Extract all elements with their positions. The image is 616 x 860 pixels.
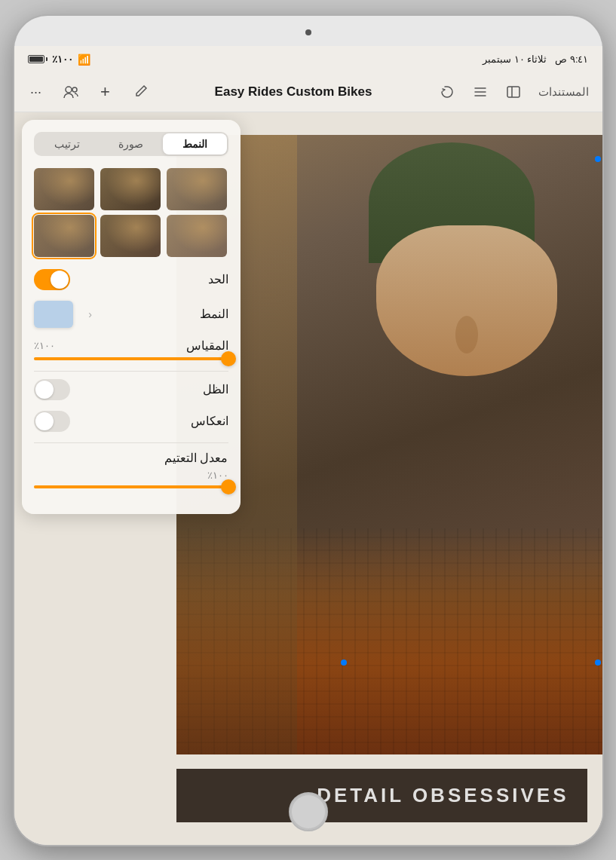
svg-point-1 xyxy=(72,87,77,92)
collaborate-button[interactable] xyxy=(58,79,84,105)
thumb-3[interactable] xyxy=(167,168,227,210)
tab-image[interactable]: صورة xyxy=(99,133,163,155)
camera-dot xyxy=(305,29,311,35)
doc-bottom-text: DETAIL OBSESSIVES xyxy=(176,769,587,822)
shadow-label: الظل xyxy=(203,382,228,396)
style-thumbnails xyxy=(34,168,228,257)
svg-rect-5 xyxy=(507,87,519,97)
pattern-row: النمط ‹ xyxy=(34,301,228,328)
home-button[interactable] xyxy=(289,792,328,831)
documents-button[interactable]: المستندات xyxy=(534,79,593,105)
opacity-label: معدل التعتيم xyxy=(164,451,228,465)
opacity-slider[interactable] xyxy=(34,485,228,488)
toolbar-left: ··· + xyxy=(23,79,153,105)
thumb-1[interactable] xyxy=(34,168,94,210)
toolbar: ··· + Easy Rides Custom Bikes xyxy=(14,73,602,112)
tab-style[interactable]: النمط xyxy=(163,133,227,155)
scale-label: المقياس xyxy=(186,338,228,353)
scale-value: ٪١٠٠ xyxy=(34,340,55,351)
border-label: الحد xyxy=(208,272,228,286)
add-button[interactable]: + xyxy=(93,79,118,105)
battery-percent: ٪١٠٠ xyxy=(52,54,73,65)
status-datetime: ٩:٤١ ص ثلاثاء ١٠ سبتمبر xyxy=(483,54,588,65)
reflection-toggle[interactable] xyxy=(34,411,70,432)
battery-icon xyxy=(28,55,48,63)
pattern-selector: ‹ xyxy=(34,301,100,328)
tab-arrange[interactable]: ترتيب xyxy=(35,133,99,155)
list-button[interactable] xyxy=(467,79,493,105)
thumb-2[interactable] xyxy=(100,168,161,210)
selection-handle-top-right xyxy=(595,156,601,162)
more-button[interactable]: ··· xyxy=(23,79,49,105)
document-title: Easy Rides Custom Bikes xyxy=(159,84,428,99)
ipad-frame: ٪١٠٠ 📶 ٩:٤١ ص ثلاثاء ١٠ سبتمبر ··· xyxy=(14,16,602,845)
thumb-4[interactable] xyxy=(34,215,94,257)
border-row: الحد xyxy=(34,269,228,290)
chevron-left-icon[interactable]: ‹ xyxy=(81,305,100,324)
face xyxy=(376,225,557,376)
pen-button[interactable] xyxy=(127,79,153,105)
thumb-5[interactable] xyxy=(100,215,161,257)
divider-2 xyxy=(34,442,228,443)
bottom-text-content: DETAIL OBSESSIVES xyxy=(317,784,568,806)
tab-bar: النمط صورة ترتيب xyxy=(34,132,228,156)
shadow-toggle[interactable] xyxy=(34,379,70,400)
pattern-label: النمط xyxy=(200,307,228,321)
svg-point-0 xyxy=(66,87,72,93)
selection-handle-bottom-right xyxy=(595,660,601,666)
status-bar: ٪١٠٠ 📶 ٩:٤١ ص ثلاثاء ١٠ سبتمبر xyxy=(14,46,602,73)
reflection-row: انعكاس xyxy=(34,411,228,432)
sidebar-toggle-button[interactable] xyxy=(501,79,526,105)
content-area: DETAIL OBSESSIVES النمط صورة ترتيب xyxy=(14,112,602,845)
pattern-swatch[interactable] xyxy=(34,301,73,328)
format-panel: النمط صورة ترتيب xyxy=(22,120,241,514)
thumb-6[interactable] xyxy=(167,215,227,257)
reflection-label: انعكاس xyxy=(191,414,228,428)
opacity-row: معدل التعتيم ٪١٠٠ xyxy=(34,451,228,488)
shadow-row: الظل xyxy=(34,379,228,400)
status-time: ٩:٤١ ص xyxy=(555,54,588,65)
selection-handle-bottom-left xyxy=(341,660,347,666)
divider-1 xyxy=(34,371,228,372)
wifi-icon: 📶 xyxy=(78,54,90,66)
status-left: ٪١٠٠ 📶 xyxy=(28,54,90,66)
scale-row: المقياس ٪١٠٠ xyxy=(34,338,228,360)
status-date: ثلاثاء ١٠ سبتمبر xyxy=(483,54,547,65)
refresh-button[interactable] xyxy=(434,79,460,105)
toolbar-right: المستندات xyxy=(434,79,593,105)
border-toggle[interactable] xyxy=(34,269,70,290)
documents-label: المستندات xyxy=(538,85,589,99)
scale-slider[interactable] xyxy=(34,357,228,360)
